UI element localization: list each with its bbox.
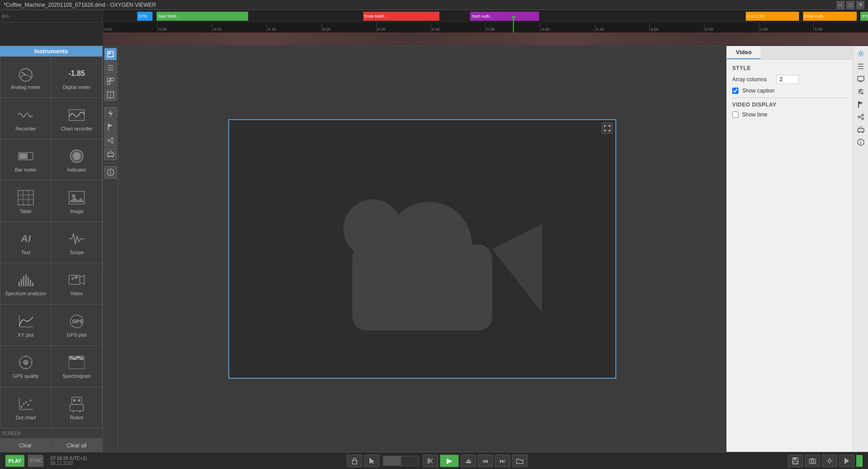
svg-rect-44 bbox=[69, 358, 73, 360]
image-label: Image bbox=[70, 209, 84, 214]
date-display: 05.11.2020 bbox=[51, 461, 87, 466]
tool-list[interactable] bbox=[104, 61, 117, 74]
image-icon bbox=[68, 189, 86, 207]
svg-marker-87 bbox=[492, 224, 542, 312]
segment-ende-mahl: Ende Mahl... bbox=[363, 12, 440, 21]
instrument-indicator[interactable]: Indicator bbox=[51, 139, 102, 180]
instrument-spectrogram[interactable]: Spectrogram bbox=[51, 346, 102, 386]
svg-point-53 bbox=[28, 404, 29, 406]
show-caption-checkbox[interactable] bbox=[732, 88, 739, 94]
cursor-button[interactable] bbox=[364, 455, 379, 467]
instrument-text[interactable]: AI Text bbox=[0, 222, 51, 263]
svg-rect-58 bbox=[70, 404, 83, 411]
right-car-button[interactable] bbox=[855, 124, 867, 135]
right-display-button[interactable] bbox=[855, 73, 867, 85]
right-share-button[interactable] bbox=[855, 111, 867, 123]
play-pause-button[interactable]: ▶ bbox=[440, 455, 459, 467]
svg-point-52 bbox=[25, 401, 27, 403]
instrument-analog-meter[interactable]: Analog meter bbox=[0, 57, 51, 98]
tool-grid[interactable] bbox=[104, 75, 117, 88]
right-flag-button[interactable] bbox=[855, 98, 867, 110]
svg-rect-25 bbox=[69, 275, 80, 284]
instrument-digital-meter[interactable]: -1.85 Digital meter bbox=[51, 57, 102, 98]
instrument-table[interactable]: Table bbox=[0, 181, 51, 221]
instrument-image[interactable]: Image bbox=[51, 181, 102, 221]
show-caption-label: Show caption bbox=[742, 88, 783, 94]
instrument-scope[interactable]: Scope bbox=[51, 222, 102, 263]
clear-button[interactable]: Clear bbox=[0, 439, 51, 452]
right-channel-button[interactable] bbox=[855, 86, 867, 98]
zoom-bar bbox=[383, 456, 419, 466]
right-info-button[interactable]: i bbox=[855, 136, 867, 148]
canvas-area bbox=[118, 46, 726, 452]
svg-point-50 bbox=[21, 406, 23, 408]
tab-video[interactable]: Video bbox=[727, 46, 761, 59]
instrument-gps-plot[interactable]: GPS GPS plot bbox=[51, 305, 102, 345]
right-gear-button[interactable] bbox=[855, 48, 867, 60]
video-display-section-title: VIDEO DISPLAY bbox=[732, 102, 847, 108]
svg-point-54 bbox=[30, 399, 32, 401]
svg-point-34 bbox=[23, 360, 28, 365]
svg-point-88 bbox=[859, 52, 862, 55]
right-tools bbox=[788, 455, 863, 467]
instrument-recorder[interactable]: Recorder bbox=[0, 98, 51, 139]
clear-all-button[interactable]: Clear all bbox=[51, 439, 103, 452]
show-time-checkbox[interactable] bbox=[732, 111, 739, 118]
svg-point-99 bbox=[861, 93, 863, 94]
show-time-row: Show time bbox=[732, 111, 847, 118]
prev-button[interactable]: ⏮ bbox=[478, 455, 493, 467]
record-button[interactable] bbox=[839, 455, 854, 467]
instrument-gps-quality[interactable]: GPS quality bbox=[0, 346, 51, 386]
svg-rect-20 bbox=[23, 276, 24, 286]
next-button[interactable]: ⏭ bbox=[495, 455, 510, 467]
bar-meter-icon bbox=[17, 147, 35, 165]
svg-rect-68 bbox=[107, 82, 110, 84]
chart-recorder-label: Chart recorder bbox=[61, 126, 93, 131]
instrument-bar-meter[interactable]: Bar meter bbox=[0, 139, 51, 180]
svg-point-57 bbox=[78, 399, 80, 402]
instrument-video[interactable]: Video bbox=[51, 263, 102, 304]
lock-button[interactable] bbox=[347, 455, 362, 467]
expand-button[interactable] bbox=[602, 123, 613, 134]
tool-share[interactable] bbox=[104, 134, 117, 147]
instrument-dot-chart[interactable]: Dot chart bbox=[0, 387, 51, 428]
close-button[interactable]: ✕ bbox=[856, 1, 864, 9]
instrument-xy-plot[interactable]: XY plot bbox=[0, 305, 51, 345]
robot-icon bbox=[68, 395, 86, 413]
array-columns-input[interactable] bbox=[776, 75, 799, 84]
tool-flag[interactable] bbox=[104, 121, 117, 133]
svg-rect-119 bbox=[794, 458, 796, 460]
svg-line-1 bbox=[22, 72, 26, 75]
right-list-button[interactable] bbox=[855, 60, 867, 72]
tool-select[interactable] bbox=[104, 48, 117, 60]
minimize-button[interactable]: ─ bbox=[836, 1, 845, 9]
settings-button[interactable] bbox=[822, 455, 837, 467]
scissors-button[interactable] bbox=[423, 455, 438, 467]
tool-lightning[interactable] bbox=[104, 107, 117, 120]
save-button[interactable] bbox=[788, 455, 803, 467]
play-button[interactable]: PLAY bbox=[5, 455, 24, 467]
svg-rect-43 bbox=[80, 356, 83, 358]
segment-start-autb: Start Autb... bbox=[470, 12, 539, 21]
svg-rect-21 bbox=[25, 274, 27, 286]
spectrogram-icon bbox=[68, 353, 86, 371]
svg-point-74 bbox=[111, 138, 113, 139]
playback-controls: ▶ ⏏ ⏮ ⏭ bbox=[90, 455, 784, 467]
svg-point-85 bbox=[386, 202, 472, 288]
instrument-chart-recorder[interactable]: Chart recorder bbox=[51, 98, 102, 139]
gps-plot-label: GPS plot bbox=[67, 332, 87, 338]
tool-car[interactable] bbox=[104, 148, 117, 160]
screenshot-button[interactable] bbox=[805, 455, 820, 467]
svg-rect-7 bbox=[19, 153, 28, 159]
robot-label: Robot bbox=[70, 415, 83, 420]
digital-meter-icon: -1.85 bbox=[68, 65, 86, 83]
eject-button[interactable]: ⏏ bbox=[461, 455, 476, 467]
svg-rect-40 bbox=[69, 356, 73, 358]
folder-button[interactable] bbox=[512, 455, 527, 467]
tool-info[interactable]: i bbox=[104, 166, 117, 179]
instrument-robot[interactable]: Robot bbox=[51, 387, 102, 428]
instrument-spectrum-analyzer[interactable]: Spectrum analyzer bbox=[0, 263, 51, 304]
sync-button[interactable]: SYNC bbox=[28, 455, 43, 467]
tool-panel[interactable] bbox=[104, 88, 117, 101]
maximize-button[interactable]: □ bbox=[846, 1, 854, 9]
